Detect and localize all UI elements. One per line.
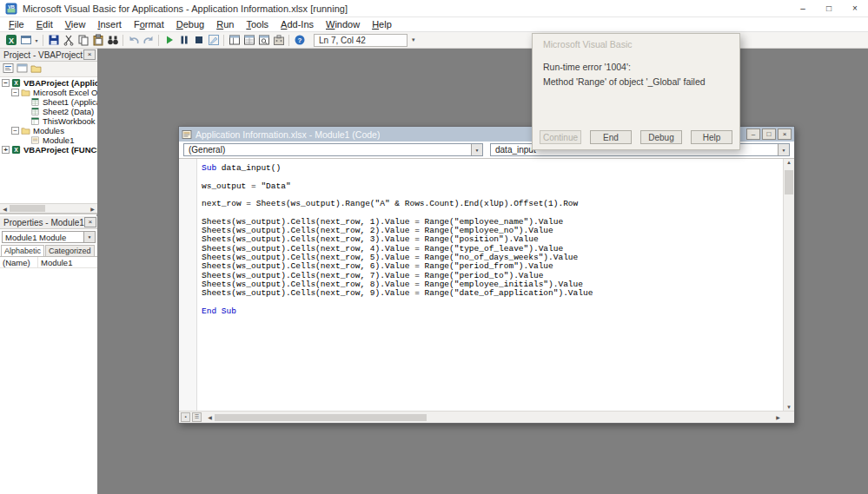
- tree-item-modules[interactable]: −Modules: [0, 126, 97, 135]
- insert-userform-icon[interactable]: [18, 33, 33, 48]
- properties-object-selector[interactable]: Module1 Module ▼: [2, 231, 96, 243]
- project-panel-title: Project - VBAProject: [3, 50, 83, 60]
- menu-format[interactable]: Format: [128, 18, 170, 30]
- properties-panel-header: Properties - Module1 ×: [0, 216, 97, 229]
- save-icon[interactable]: [46, 33, 61, 48]
- design-mode-icon[interactable]: [206, 33, 221, 48]
- help-button[interactable]: Help: [691, 130, 732, 144]
- scroll-left-icon[interactable]: ◀: [205, 414, 215, 420]
- scroll-up-icon[interactable]: ▲: [784, 160, 794, 165]
- code-window-bottom-bar: ▪ ☰ ◀ ▶: [179, 411, 794, 423]
- copy-icon[interactable]: [76, 33, 90, 48]
- object-browser-icon[interactable]: [256, 33, 271, 48]
- window-controls: –□×: [790, 0, 868, 16]
- toolbox-icon[interactable]: [271, 33, 286, 48]
- property-row[interactable]: (Name)Module1: [0, 257, 97, 268]
- paste-icon[interactable]: [90, 33, 105, 48]
- hscroll-track: [215, 413, 773, 422]
- toolbar-separator: [158, 35, 159, 46]
- full-module-view-icon[interactable]: ☰: [192, 412, 202, 422]
- view-code-icon[interactable]: [3, 62, 14, 77]
- hscroll-track: [10, 204, 88, 213]
- tree-item-vbaproject-application-in[interactable]: −XVBAProject (Application In: [0, 78, 97, 88]
- code-vscrollbar[interactable]: ▲ ▼: [783, 159, 794, 411]
- view-object-icon[interactable]: [17, 62, 28, 77]
- collapse-icon[interactable]: −: [11, 89, 19, 96]
- redo-icon[interactable]: [141, 33, 156, 48]
- menu-window[interactable]: Window: [320, 18, 366, 30]
- debug-button[interactable]: Debug: [640, 130, 682, 144]
- scroll-left-icon[interactable]: ◀: [0, 206, 10, 212]
- reset-icon[interactable]: [191, 33, 206, 48]
- menu-help[interactable]: Help: [366, 18, 398, 30]
- hscroll-thumb[interactable]: [10, 205, 45, 212]
- folder-icon: [21, 88, 31, 97]
- project-panel-close-icon[interactable]: ×: [83, 49, 96, 60]
- tree-item-label: Module1: [43, 135, 74, 145]
- toolbar-overflow-icon[interactable]: ▾: [412, 36, 415, 43]
- chevron-down-icon[interactable]: ▼: [471, 144, 482, 155]
- close-button[interactable]: ×: [842, 0, 868, 16]
- collapse-icon[interactable]: −: [2, 79, 10, 87]
- project-panel-header: Project - VBAProject ×: [0, 49, 97, 62]
- menu-insert[interactable]: Insert: [91, 18, 128, 30]
- tree-item-vbaproject-funcres-xla[interactable]: +XVBAProject (FUNCRES.XLA: [0, 145, 97, 155]
- code-line: Sub data_input(): [202, 164, 783, 173]
- scroll-right-icon[interactable]: ▶: [88, 206, 97, 212]
- scroll-down-icon[interactable]: ▼: [784, 405, 794, 410]
- properties-window-icon[interactable]: [242, 33, 256, 48]
- minimize-button[interactable]: –: [790, 0, 816, 16]
- project-tree-hscrollbar[interactable]: ◀ ▶: [0, 203, 97, 213]
- close-button[interactable]: ×: [778, 128, 792, 140]
- collapse-icon[interactable]: −: [11, 127, 19, 135]
- tree-item-label: VBAProject (Application In: [23, 78, 97, 88]
- chevron-down-icon[interactable]: ▼: [83, 232, 95, 242]
- code-margin-bar[interactable]: [179, 159, 197, 411]
- project-explorer-icon[interactable]: [227, 33, 242, 48]
- cut-icon[interactable]: [61, 33, 76, 48]
- tree-item-sheet1-application-for[interactable]: Sheet1 (Application for: [0, 97, 97, 107]
- scroll-right-icon[interactable]: ▶: [773, 414, 783, 420]
- folder-icon: [21, 126, 31, 135]
- minimize-button[interactable]: –: [746, 128, 760, 140]
- vba-application-window: VB Microsoft Visual Basic for Applicatio…: [0, 0, 868, 494]
- tab-categorized[interactable]: Categorized: [45, 245, 95, 256]
- object-dropdown[interactable]: (General) ▼: [183, 143, 483, 156]
- view-excel-icon[interactable]: X: [3, 33, 18, 48]
- break-icon[interactable]: [176, 33, 191, 48]
- chevron-down-icon[interactable]: ▾: [33, 37, 40, 43]
- toggle-folders-icon[interactable]: [30, 62, 42, 77]
- menu-file[interactable]: File: [3, 18, 30, 30]
- help-icon[interactable]: ?: [292, 33, 307, 48]
- menu-addins[interactable]: Add-Ins: [275, 18, 320, 30]
- menu-tools[interactable]: Tools: [240, 18, 275, 30]
- tree-item-thisworkbook[interactable]: ThisWorkbook: [0, 116, 97, 126]
- error-dialog-buttons: ContinueEndDebugHelp: [540, 130, 732, 144]
- menu-run[interactable]: Run: [210, 18, 240, 30]
- menu-edit[interactable]: Edit: [30, 18, 59, 30]
- tree-item-module1[interactable]: Module1: [0, 135, 97, 145]
- properties-panel-close-icon[interactable]: ×: [84, 217, 96, 227]
- chevron-down-icon[interactable]: ▼: [778, 144, 789, 155]
- procedure-view-icon[interactable]: ▪: [181, 412, 190, 422]
- tree-item-label: Sheet2 (Data): [43, 107, 94, 116]
- code-text[interactable]: Sub data_input() ws_output = "Data" next…: [197, 159, 783, 411]
- undo-icon[interactable]: [126, 33, 141, 48]
- find-icon[interactable]: [105, 33, 120, 48]
- scrollbar-corner: [783, 412, 794, 423]
- end-button[interactable]: End: [590, 130, 632, 144]
- tree-item-microsoft-excel-objects[interactable]: −Microsoft Excel Objects: [0, 88, 97, 97]
- code-hscrollbar[interactable]: ◀ ▶: [205, 412, 783, 423]
- module-icon: [182, 129, 192, 140]
- tab-alphabetic[interactable]: Alphabetic: [1, 245, 44, 256]
- restore-button[interactable]: □: [762, 128, 776, 140]
- vscroll-thumb[interactable]: [785, 170, 793, 194]
- run-icon[interactable]: [162, 33, 176, 48]
- menu-debug[interactable]: Debug: [170, 18, 210, 30]
- project-icon: X: [11, 145, 22, 155]
- hscroll-thumb[interactable]: [215, 414, 427, 421]
- tree-item-sheet2-data[interactable]: Sheet2 (Data): [0, 107, 97, 116]
- menu-view[interactable]: View: [59, 18, 92, 30]
- expand-icon[interactable]: +: [2, 146, 10, 154]
- maximize-button[interactable]: □: [816, 0, 842, 16]
